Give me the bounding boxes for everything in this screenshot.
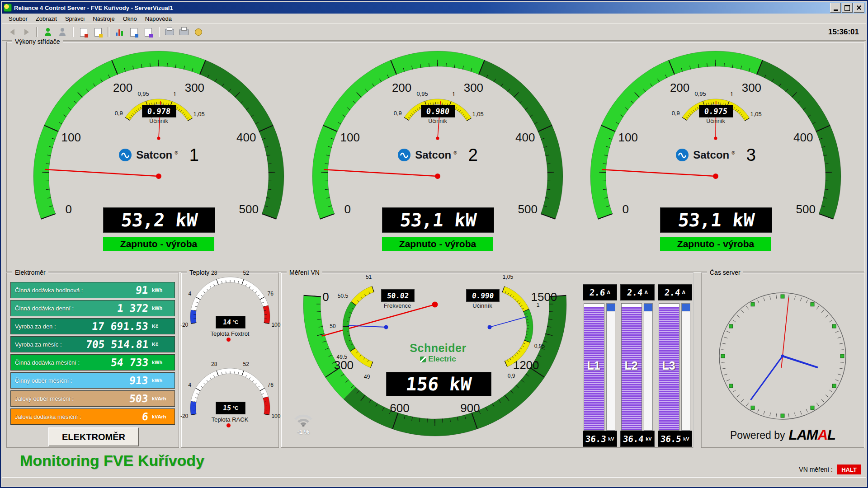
printer-preview-icon [179,29,189,35]
print-preview-button[interactable] [177,26,190,38]
maximize-button[interactable] [842,3,853,13]
brand-reg-mark: ® [731,150,735,155]
inverter-brand-row: Satcon ® 1 [32,145,285,164]
gauge-needle [45,169,159,176]
forward-arrow-icon [24,29,29,35]
clock-tick [840,350,844,350]
elektromer-row: Činný odběr měsíční :913kWh [10,372,175,389]
chart-button[interactable] [113,26,126,38]
gauge-pivot [156,174,161,179]
voltage-value: 36.3 [585,434,607,444]
row-unit: kVArh [148,414,172,419]
close-button[interactable] [854,3,864,13]
gauge-needle [602,169,716,176]
gauge-scale-label: 51 [366,274,372,280]
doc-red-button[interactable] [77,26,90,38]
phase-label: L2 [620,359,642,372]
clock-tick [788,413,789,417]
clock-tick [722,350,725,350]
clock-hour-marker [811,406,814,409]
clock-tick [835,331,839,333]
inverter-block-2: 01002003004005000,90,9511,05 0.980 Účinn… [311,41,564,267]
clock-hour-marker [832,324,836,328]
clock-hour-marker [721,354,725,358]
power-factor-label: Účinník [32,118,285,124]
nav-back-button[interactable] [5,26,19,38]
gauge-scale-label: 200 [392,81,411,94]
voltage-value: 36.4 [623,434,644,444]
gauge-scale-label: 28 [211,361,217,367]
power-factor-display: 0.975 [699,105,733,117]
toolbar: 15:36:01 [2,23,866,41]
clock-tick [806,409,807,412]
nav-forward-button[interactable] [20,26,33,38]
gauge-pivot [488,325,492,329]
panel-title: Elektroměr [12,269,48,276]
titlebar[interactable]: Reliance 4 Control Server - FVE Kuřívody… [2,2,866,14]
gauge-pivot-dot [226,423,231,427]
clock-tick [741,399,744,402]
clock-tick [830,390,832,392]
user-offline-button[interactable] [56,26,69,38]
gauge-needle [322,305,435,336]
user-online-button[interactable] [41,26,54,38]
schneider-symbol-icon [420,357,426,362]
phase-current-display: 2.4A [620,284,655,300]
phase-bars: 2.6AL136.3kV2.4AL236.4kV2.4AL336.5kV [583,284,691,447]
phase-voltage-display: 36.4kV [620,431,655,447]
schneider-brand-line2: Electric [428,355,456,364]
clock-tick [733,390,736,392]
clock-tick [840,362,844,362]
bar-chart-icon [116,28,123,36]
power-factor-display: 0.980 [421,105,455,117]
gauge-scale-label: 28 [211,270,217,276]
clock-tick [830,320,832,322]
clock-tick [776,413,777,417]
clock-tick [737,395,740,397]
analog-clock [710,282,855,432]
clock-tick [838,337,841,338]
gauge-pivot [432,302,438,308]
minimize-button[interactable] [830,3,841,13]
copy-button[interactable] [127,26,140,38]
clock-tick [826,395,828,397]
stamp-button[interactable] [192,26,205,38]
phase-bar: L3 [658,303,691,431]
menu-okno[interactable]: Okno [119,14,141,23]
panel-mereni-vn: Měření VN 0300600900120015004949.55050.5… [281,272,693,448]
clock-tick [770,296,771,300]
current-value: 2.4 [664,287,681,297]
clock-tick [776,295,777,299]
menu-spravci[interactable]: Správci [61,14,89,23]
clock-tick [821,310,824,313]
clock-tick [726,380,730,381]
elektromer-rows: Činná dodávka hodinová :91kWhČinná dodáv… [10,282,175,427]
clock-minute-hand [750,356,783,400]
clock-tick [741,310,744,313]
brand-reg-mark: ® [453,150,457,155]
frequency-display: 50.02 [381,289,415,302]
phase-bar-side [644,303,653,431]
menu-zobrazit[interactable]: Zobrazit [32,14,61,23]
row-value: 6 [142,411,149,422]
print-button[interactable] [163,26,176,38]
gauge-tick [269,172,275,173]
elektromer-button[interactable]: ELEKTROMĚR [48,427,139,446]
menu-napoveda[interactable]: Nápověda [141,14,176,23]
report-button[interactable] [142,26,155,38]
inverter-brand-row: Satcon ® 3 [589,145,842,164]
gauge-scale-label: 500 [518,202,538,216]
gauge-scale-label: 400 [236,131,256,144]
gauge-scale-label: 76 [268,382,274,388]
menu-nastroje[interactable]: Nástroje [89,14,118,23]
phase-bar-side [606,303,615,431]
doc-yellow-button[interactable] [91,26,104,38]
clock-tick [764,411,764,415]
clock-tick [724,374,728,375]
row-label: Činný odběr měsíční : [15,377,72,384]
satcon-logo-icon [675,148,689,162]
clock-tick [801,411,802,415]
clock-tick [733,320,736,322]
clock-tick [758,409,759,412]
menu-soubor[interactable]: Soubor [5,14,32,23]
